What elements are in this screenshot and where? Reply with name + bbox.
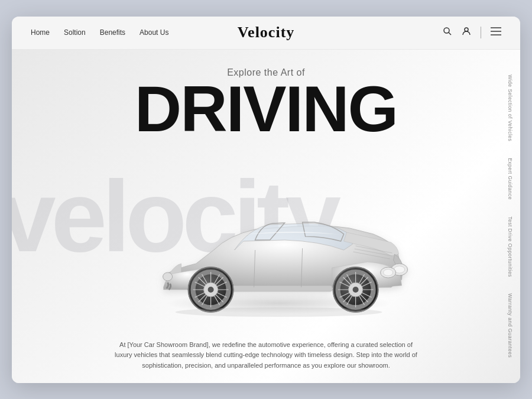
nav-actions — [443, 27, 501, 38]
sidebar-item-wide-selection[interactable]: Wide Selection of Vehicles — [507, 74, 513, 141]
hero-description: At [Your Car Showroom Brand], we redefin… — [112, 340, 420, 371]
svg-point-42 — [176, 307, 382, 317]
menu-icon[interactable] — [491, 27, 501, 38]
sidebar-item-warranty[interactable]: Warranty and Guarantees — [507, 293, 513, 358]
browser-frame: Home Soltion Benefits About Us Velocity — [12, 17, 520, 383]
car-illustration — [119, 158, 439, 324]
svg-point-14 — [384, 269, 393, 275]
nav-benefits[interactable]: Benefits — [100, 28, 125, 37]
nav-home[interactable]: Home — [31, 28, 50, 37]
navbar: Home Soltion Benefits About Us Velocity — [12, 17, 520, 50]
hero-title: DRIVING — [135, 78, 397, 140]
sidebar-labels: Wide Selection of Vehicles Expert Guidan… — [507, 74, 513, 358]
brand-logo[interactable]: Velocity — [238, 24, 295, 41]
svg-point-27 — [208, 287, 214, 293]
nav-divider — [481, 27, 481, 38]
nav-links: Home Soltion Benefits About Us — [31, 28, 168, 37]
nav-about[interactable]: About Us — [140, 28, 168, 37]
svg-point-0 — [444, 28, 449, 33]
search-icon[interactable] — [443, 27, 452, 38]
svg-point-2 — [465, 28, 468, 31]
sidebar-item-test-drive[interactable]: Test Drive Opportunities — [507, 216, 513, 277]
hero-section: velocity Explore the Art of DRIVING — [12, 50, 520, 383]
svg-line-1 — [449, 33, 451, 35]
svg-point-15 — [163, 273, 173, 281]
nav-solution[interactable]: Soltion — [64, 28, 86, 37]
sidebar-item-expert-guidance[interactable]: Expert Guidance — [507, 158, 513, 200]
svg-point-40 — [353, 287, 359, 293]
user-icon[interactable] — [462, 27, 471, 38]
